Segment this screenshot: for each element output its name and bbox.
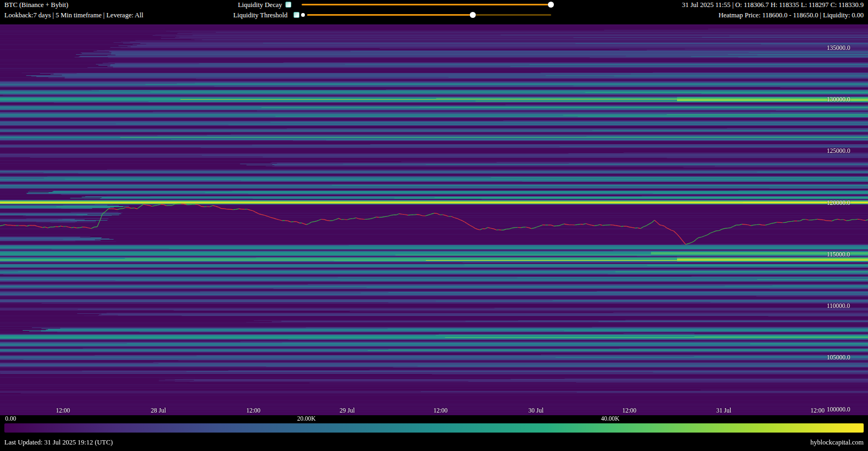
- watermark-link: hyblockcapital.com: [810, 439, 864, 447]
- time-axis-label: 30 Jul: [528, 407, 544, 414]
- heatmap-hover-values: Heatmap Price: 118600.0 - 118650.0 | Liq…: [682, 11, 864, 20]
- time-axis-label: 29 Jul: [340, 407, 355, 414]
- colorbar: [0, 422, 868, 434]
- time-axis-label: 31 Jul: [716, 407, 731, 414]
- liquidity-decay-slider[interactable]: [302, 4, 551, 5]
- symbol-title: BTC (Binance + Bybit): [4, 1, 143, 10]
- liquidity-threshold-icon[interactable]: [293, 12, 299, 18]
- footer-bar: Last Updated: 31 Jul 2025 19:12 (UTC) hy…: [0, 434, 868, 451]
- lookback-settings: Lookback:7 days | 5 Min timeframe | Leve…: [4, 11, 143, 20]
- ohlc-readout: 31 Jul 2025 11:55 | O: 118306.7 H: 11833…: [682, 1, 864, 20]
- time-axis-label: 12:00: [56, 407, 70, 414]
- symbol-info: BTC (Binance + Bybit) Lookback:7 days | …: [4, 1, 143, 20]
- header-bar: BTC (Binance + Bybit) Lookback:7 days | …: [0, 0, 868, 24]
- price-axis-label: 110000.0: [827, 302, 850, 309]
- colorbar-gradient: [4, 423, 864, 433]
- liquidity-decay-slider-handle[interactable]: [548, 2, 554, 8]
- liquidity-heatmap-canvas[interactable]: [0, 24, 868, 415]
- price-axis-label: 105000.0: [827, 354, 850, 360]
- time-axis-label: 12:00: [810, 407, 825, 414]
- price-axis-label: 120000.0: [827, 199, 850, 206]
- heatmap-chart-area: 135000.0130000.0125000.0120000.0115000.0…: [0, 24, 868, 415]
- price-axis-label: 115000.0: [827, 251, 850, 257]
- ohlc-values: 31 Jul 2025 11:55 | O: 118306.7 H: 11833…: [682, 1, 864, 10]
- liquidity-threshold-slider-handle[interactable]: [470, 12, 476, 18]
- colorbar-scale-labels: 0.0020.00K40.00K: [0, 415, 868, 422]
- colorbar-scale-label: 40.00K: [601, 415, 620, 422]
- liquidity-decay-icon[interactable]: [285, 2, 291, 8]
- colorbar-scale-label: 0.00: [5, 415, 16, 422]
- time-axis-label: 12:00: [246, 407, 260, 414]
- price-axis-label: 130000.0: [827, 96, 850, 102]
- price-axis-label: 125000.0: [827, 147, 850, 154]
- last-updated-text: Last Updated: 31 Jul 2025 19:12 (UTC): [4, 439, 113, 447]
- time-axis-label: 12:00: [622, 407, 636, 414]
- price-axis-label: 100000.0: [827, 406, 850, 413]
- liquidity-threshold-slider[interactable]: [307, 14, 551, 16]
- liquidity-threshold-label: Liquidity Threshold: [201, 11, 288, 20]
- colorbar-scale-label: 20.00K: [297, 415, 316, 422]
- time-axis-label: 28 Jul: [151, 407, 166, 414]
- time-axis-label: 12:00: [433, 407, 448, 414]
- price-axis-label: 135000.0: [827, 44, 850, 51]
- liquidity-decay-label: Liquidity Decay: [206, 1, 282, 9]
- threshold-slider-start-dot: [301, 13, 305, 17]
